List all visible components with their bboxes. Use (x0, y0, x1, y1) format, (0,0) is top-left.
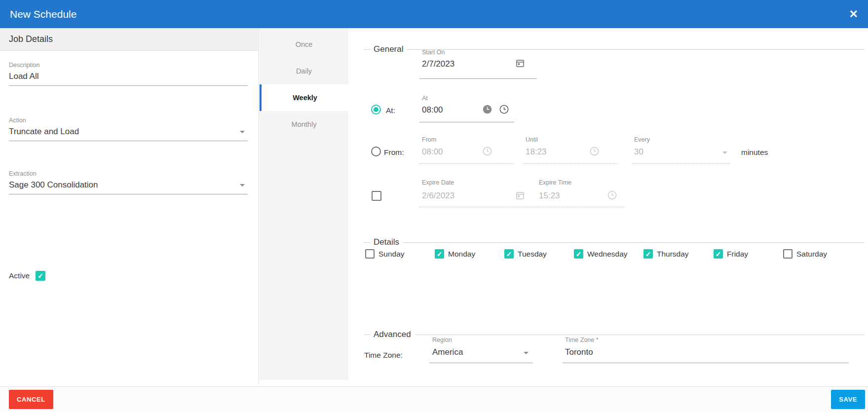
day-label: Friday (727, 250, 748, 259)
general-legend-text: General (374, 44, 403, 54)
day-thursday[interactable]: Thursday (643, 249, 689, 259)
divider (415, 335, 865, 335)
day-label: Monday (448, 250, 475, 259)
day-label: Sunday (378, 250, 405, 259)
every-select[interactable]: 30 (634, 147, 643, 157)
until-field-label: Until (526, 136, 538, 143)
from-radio-label: From: (384, 148, 404, 157)
dialog-header: New Schedule ✕ (0, 0, 868, 28)
expire-time-label: Expire Time (539, 179, 571, 186)
from-radio[interactable] (371, 147, 381, 156)
action-selected-value: Truncate and Load (9, 127, 79, 136)
divider (403, 242, 865, 243)
start-on-label: Start On (422, 49, 445, 56)
extraction-select[interactable]: Sage 300 Consolidation (9, 180, 248, 194)
action-label: Action (9, 117, 248, 124)
from-field-label: From (422, 136, 436, 143)
save-button[interactable]: SAVE (831, 390, 865, 409)
extraction-field[interactable]: Extraction Sage 300 Consolidation (9, 170, 248, 194)
expire-date-underline (419, 207, 538, 207)
details-section-legend: Details (364, 237, 865, 247)
region-select[interactable]: America (432, 347, 463, 357)
extraction-selected-value: Sage 300 Consolidation (9, 180, 98, 189)
tab-daily[interactable]: Daily (260, 58, 348, 84)
clock-icon (590, 147, 599, 156)
dialog-title: New Schedule (10, 8, 76, 20)
checkbox-icon[interactable] (435, 249, 444, 259)
clock-outline-icon[interactable] (499, 105, 509, 114)
description-input[interactable]: Load All (9, 72, 248, 86)
checkbox-icon[interactable] (643, 249, 653, 259)
schedule-form: General Start On 2/7/2023 At: At 08:00 F… (348, 28, 868, 384)
at-time-input[interactable]: 08:00 (422, 105, 443, 115)
day-label: Thursday (657, 250, 689, 259)
calendar-icon[interactable] (515, 58, 525, 68)
time-zone-input[interactable]: Toronto (565, 347, 593, 357)
time-zone-row-label: Time Zone: (364, 351, 403, 360)
at-radio[interactable] (371, 105, 381, 114)
checkbox-icon[interactable] (783, 249, 793, 259)
cancel-button[interactable]: CANCEL (9, 390, 53, 409)
from-underline (419, 163, 514, 164)
description-label: Description (9, 62, 248, 69)
chevron-down-icon (722, 151, 727, 154)
tab-monthly[interactable]: Monthly (260, 111, 348, 138)
divider (407, 49, 865, 50)
job-details-panel: Job Details Description Load All Action … (0, 28, 259, 384)
day-monday[interactable]: Monday (435, 249, 475, 259)
checkbox-icon[interactable] (574, 249, 583, 259)
checkbox-icon[interactable] (504, 249, 514, 259)
calendar-icon (515, 190, 525, 200)
active-label: Active (9, 271, 30, 280)
region-underline (429, 363, 533, 363)
time-zone-label: Time Zone * (565, 337, 599, 343)
checkbox-icon[interactable] (365, 249, 375, 259)
every-field-label: Every (634, 136, 650, 143)
divider (364, 49, 370, 50)
chevron-down-icon[interactable] (524, 352, 528, 354)
active-checkbox[interactable] (36, 271, 45, 281)
action-field[interactable]: Action Truncate and Load (9, 117, 248, 141)
day-label: Wednesday (587, 250, 628, 259)
day-tuesday[interactable]: Tuesday (504, 249, 547, 259)
day-sunday[interactable]: Sunday (365, 249, 405, 259)
checkbox-icon[interactable] (714, 249, 723, 259)
close-icon[interactable]: ✕ (849, 9, 858, 20)
day-wednesday[interactable]: Wednesday (574, 249, 628, 259)
chevron-down-icon[interactable] (240, 131, 245, 133)
extraction-label: Extraction (9, 170, 248, 177)
job-details-title: Job Details (0, 28, 259, 51)
minutes-label: minutes (741, 148, 768, 157)
clock-icon (607, 190, 617, 200)
expire-date-input[interactable]: 2/6/2023 (422, 191, 454, 201)
expire-time-underline (537, 207, 625, 207)
start-on-input[interactable]: 2/7/2023 (422, 59, 454, 69)
clock-icon (483, 147, 492, 156)
at-underline (419, 122, 514, 122)
advanced-legend-text: Advanced (374, 330, 411, 339)
start-on-underline (419, 78, 537, 79)
clock-icon[interactable] (483, 105, 492, 114)
action-select[interactable]: Truncate and Load (9, 127, 248, 141)
from-time-input[interactable]: 08:00 (422, 147, 443, 157)
until-time-input[interactable]: 18:23 (526, 147, 547, 157)
time-zone-underline (563, 363, 849, 363)
tab-weekly[interactable]: Weekly (260, 84, 348, 111)
day-label: Tuesday (518, 250, 547, 259)
chevron-down-icon[interactable] (240, 184, 245, 187)
description-field[interactable]: Description Load All (9, 62, 248, 86)
dialog-footer: CANCEL SAVE (0, 386, 868, 412)
tab-once[interactable]: Once (260, 31, 348, 58)
details-legend-text: Details (374, 237, 399, 247)
day-saturday[interactable]: Saturday (783, 249, 827, 259)
schedule-type-tabs: Once Daily Weekly Monthly (260, 28, 348, 380)
day-friday[interactable]: Friday (714, 249, 748, 259)
expire-checkbox[interactable] (372, 191, 381, 201)
divider (364, 242, 370, 243)
at-radio-label: At: (386, 106, 395, 115)
region-label: Region (432, 337, 452, 343)
new-schedule-dialog: New Schedule ✕ Job Details Description L… (0, 0, 868, 412)
expire-time-input[interactable]: 15:23 (539, 191, 560, 201)
every-underline (632, 163, 730, 164)
day-label: Saturday (796, 250, 827, 259)
